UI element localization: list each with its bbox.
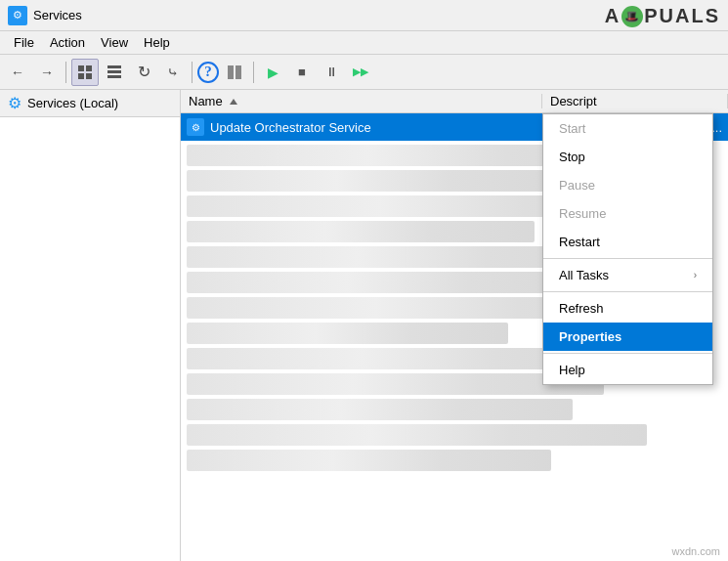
menu-view[interactable]: View <box>93 33 136 52</box>
blurred-row <box>187 272 588 293</box>
blurred-row <box>187 221 535 242</box>
appuals-logo: A🎩PUALS <box>605 3 720 28</box>
view3-button[interactable] <box>221 59 248 86</box>
context-menu-start[interactable]: Start <box>543 114 712 143</box>
sort-arrow <box>230 99 237 105</box>
blurred-row <box>187 450 551 471</box>
svg-rect-5 <box>107 70 121 73</box>
svg-rect-4 <box>107 65 121 68</box>
context-menu-stop[interactable]: Stop <box>543 143 712 171</box>
play-button[interactable]: ▶ <box>259 59 286 86</box>
submenu-chevron: › <box>694 270 697 280</box>
sidebar-content <box>0 117 180 561</box>
svg-rect-2 <box>78 73 84 79</box>
help-button[interactable]: ? <box>197 62 219 83</box>
svg-rect-7 <box>228 65 234 79</box>
forward-button[interactable]: → <box>33 59 61 86</box>
back-button[interactable]: ← <box>4 59 31 86</box>
menu-file[interactable]: File <box>6 33 42 52</box>
blurred-row <box>187 170 562 192</box>
export-button[interactable]: ⤷ <box>159 59 187 86</box>
menu-action[interactable]: Action <box>42 33 93 52</box>
col-name: Name <box>181 94 542 108</box>
svg-rect-6 <box>107 75 121 78</box>
context-menu-properties[interactable]: Properties <box>543 323 712 351</box>
context-sep-3 <box>543 353 712 354</box>
blurred-row <box>187 323 508 344</box>
watermark: wxdn.com <box>671 545 720 557</box>
context-menu-refresh[interactable]: Refresh <box>543 294 712 323</box>
sidebar-title: Services (Local) <box>27 96 118 110</box>
svg-rect-8 <box>236 65 241 79</box>
context-menu-resume[interactable]: Resume <box>543 199 712 228</box>
context-menu-all-tasks[interactable]: All Tasks › <box>543 261 712 289</box>
app-icon: ⚙ <box>8 6 27 25</box>
service-row-icon: ⚙ <box>187 118 204 136</box>
toolbar: ← → ↻ ⤷ ? ▶ ■ ⏸ ▶▶ <box>0 55 728 90</box>
sidebar-header: ⚙ Services (Local) <box>0 90 180 117</box>
resume-button[interactable]: ▶▶ <box>347 59 374 86</box>
refresh-button[interactable]: ↻ <box>130 59 157 86</box>
menu-help[interactable]: Help <box>136 33 178 52</box>
blurred-row <box>187 399 573 420</box>
context-sep-1 <box>543 258 712 259</box>
title-bar: ⚙ Services A🎩PUALS <box>0 0 728 31</box>
blurred-row <box>187 424 647 446</box>
svg-rect-0 <box>78 65 84 71</box>
toolbar-sep-2 <box>192 62 193 83</box>
view1-button[interactable] <box>71 59 99 86</box>
toolbar-sep-3 <box>253 62 254 83</box>
context-menu-restart[interactable]: Restart <box>543 228 712 256</box>
main-area: ⚙ Services (Local) Name Descript ⚙ Updat… <box>0 90 728 561</box>
sidebar-gear-icon: ⚙ <box>8 94 21 112</box>
col-desc: Descript <box>542 94 728 108</box>
stop-button[interactable]: ■ <box>288 59 316 86</box>
menu-bar: File Action View Help <box>0 31 728 55</box>
service-list: Name Descript ⚙ Update Orchestrator Serv… <box>181 90 728 561</box>
pause-button[interactable]: ⏸ <box>318 59 345 86</box>
context-menu-pause[interactable]: Pause <box>543 171 712 199</box>
view2-button[interactable] <box>101 59 128 86</box>
context-menu: Start Stop Pause Resume Restart All Task… <box>542 113 713 385</box>
sidebar: ⚙ Services (Local) <box>0 90 181 561</box>
app-title: Services <box>33 8 82 22</box>
list-header: Name Descript <box>181 90 728 113</box>
context-sep-2 <box>543 291 712 292</box>
service-name: Update Orchestrator Service <box>210 120 371 135</box>
svg-rect-1 <box>86 65 92 71</box>
svg-rect-3 <box>86 73 92 79</box>
context-menu-help[interactable]: Help <box>543 356 712 384</box>
toolbar-sep-1 <box>65 62 66 83</box>
